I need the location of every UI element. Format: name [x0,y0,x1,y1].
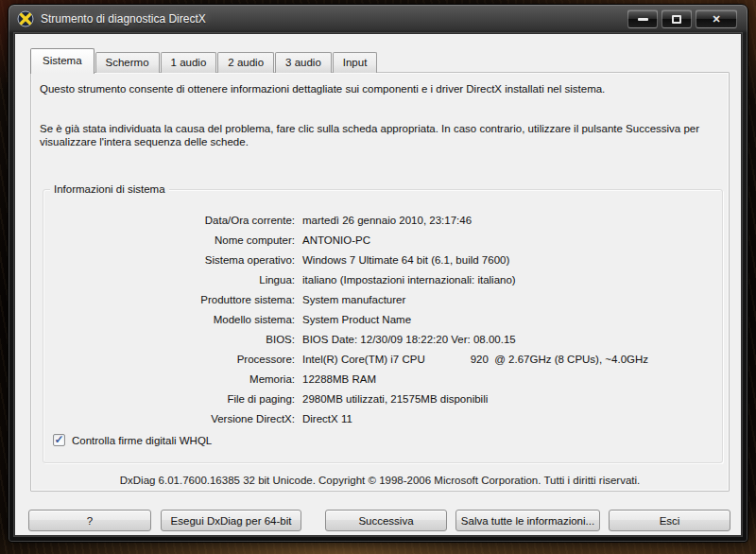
checkmark-icon: ✓ [54,434,63,445]
info-row-value: System manufacturer [302,290,405,310]
maximize-button[interactable] [662,9,692,28]
system-info-group-title: Informazioni di sistema [50,182,169,196]
info-row: Versione DirectX:DirectX 11 [45,409,720,429]
desktop-background: Strumento di diagnostica DirectX ✕ Siste… [0,0,756,554]
footer-button-1[interactable]: ? [28,510,151,531]
whql-checkbox-row[interactable]: ✓ Controlla firme digitali WHQL [53,434,212,446]
minimize-button[interactable] [627,9,658,28]
footer-button-5[interactable]: Esci [609,510,730,531]
whql-checkbox[interactable]: ✓ [53,434,65,446]
footer-button-2[interactable]: Esegui DxDiag per 64-bit [161,510,301,531]
footer-button-3[interactable]: Successiva [325,510,447,531]
info-row: Processore:Intel(R) Core(TM) i7 CPU 920 … [45,350,720,370]
info-row-label: Sistema operativo: [45,251,295,270]
tab-2-audio[interactable]: 2 audio [217,52,274,73]
info-row-value: 2980MB utilizzati, 21575MB disponibili [302,390,488,409]
info-row: File di paging:2980MB utilizzati, 21575M… [45,390,720,409]
minimize-icon [638,18,648,21]
info-row: Data/Ora corrente:martedì 26 gennaio 201… [45,211,720,231]
info-row: BIOS:BIOS Date: 12/30/09 18:22:20 Ver: 0… [45,330,720,350]
window-controls: ✕ [627,9,737,28]
info-row-value: System Product Name [302,310,411,330]
info-row-label: Data/Ora corrente: [45,211,295,231]
info-row-value: italiano (Impostazioni internazionali: i… [302,270,516,290]
footer-button-4[interactable]: Salva tutte le informazioni... [455,510,600,531]
info-row: Sistema operativo:Windows 7 Ultimate 64 … [45,251,720,270]
info-row-value: martedì 26 gennaio 2010, 23:17:46 [302,211,472,231]
tab-bar: SistemaSchermo1 audio2 audio3 audioInput [30,46,378,73]
info-row: Modello sistema:System Product Name [45,310,720,330]
info-row-value: ANTONIO-PC [302,231,370,251]
info-row: Lingua:italiano (Impostazioni internazio… [45,270,720,290]
info-row-label: Lingua: [45,270,295,290]
info-row-label: Processore: [45,350,295,370]
info-row: Nome computer:ANTONIO-PC [45,231,720,251]
intro-paragraph-2: Se è già stata individuata la causa del … [40,122,726,148]
info-row-value: BIOS Date: 12/30/09 18:22:20 Ver: 08.00.… [302,330,516,350]
window-title: Strumento di diagnostica DirectX [41,12,206,26]
intro-paragraph-1: Questo strumento consente di ottenere in… [40,82,726,95]
info-row-label: Memoria: [45,370,295,390]
whql-checkbox-label: Controlla firme digitali WHQL [72,435,212,446]
info-row-value: 12288MB RAM [302,370,376,390]
info-row-label: BIOS: [45,330,295,350]
tab-1-audio[interactable]: 1 audio [161,52,217,73]
info-row: Produttore sistema:System manufacturer [45,290,720,310]
info-row-value: Intel(R) Core(TM) i7 CPU 920 @ 2.67GHz (… [302,350,648,370]
tab-3-audio[interactable]: 3 audio [275,52,332,73]
info-row: Memoria:12288MB RAM [45,370,720,390]
close-icon: ✕ [712,14,720,25]
info-row-label: Modello sistema: [45,310,295,330]
tab-sistema[interactable]: Sistema [30,48,94,74]
close-button[interactable]: ✕ [696,9,737,28]
system-info-rows: Data/Ora corrente:martedì 26 gennaio 201… [45,211,720,429]
info-row-value: DirectX 11 [302,409,352,429]
client-area: SistemaSchermo1 audio2 audio3 audioInput… [14,33,742,536]
info-row-label: Versione DirectX: [45,409,295,429]
info-row-value: Windows 7 Ultimate 64 bit (6.1, build 76… [302,251,509,270]
maximize-icon [672,15,681,24]
dxdiag-version-text: DxDiag 6.01.7600.16385 32 bit Unicode. C… [31,475,729,486]
tab-schermo[interactable]: Schermo [95,52,160,73]
titlebar[interactable]: Strumento di diagnostica DirectX ✕ [9,5,747,33]
dxdiag-app-icon [17,10,34,27]
info-row-label: File di paging: [45,390,295,409]
dxdiag-window: Strumento di diagnostica DirectX ✕ Siste… [8,4,748,543]
tab-page-sistema: Questo strumento consente di ottenere in… [30,72,730,492]
tab-input[interactable]: Input [333,52,378,73]
info-row-label: Produttore sistema: [45,290,295,310]
system-info-groupbox: Informazioni di sistema Data/Ora corrent… [43,189,723,463]
info-row-label: Nome computer: [45,231,295,251]
